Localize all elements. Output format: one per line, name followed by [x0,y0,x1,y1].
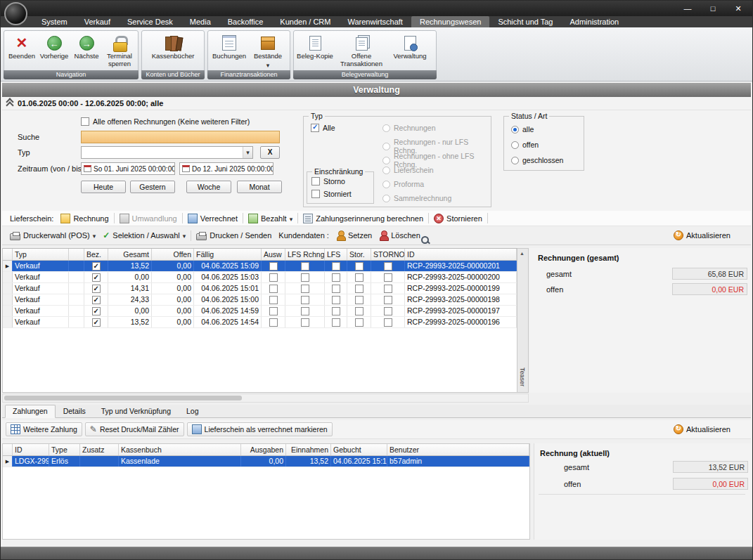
ausw-checkbox[interactable] [269,285,278,293]
loeschen-button[interactable]: Löschen [375,230,424,240]
menu-item-administration[interactable]: Administration [561,16,627,27]
header-stor[interactable]: Stor. [347,249,371,260]
gestern-button[interactable]: Gestern [130,181,175,193]
stor-checkbox[interactable] [355,318,363,327]
search-input[interactable] [81,131,280,143]
lfs-rchng-checkbox[interactable] [301,318,309,327]
table-row[interactable]: Verkauf 14,31 0,00 04.06.2025 15:01 RCP-… [3,283,517,294]
close-button[interactable]: ✕ [726,1,751,16]
setzen-button[interactable]: Setzen [333,230,375,240]
typ-combobox[interactable] [81,146,253,159]
all-open-checkbox[interactable] [81,117,89,126]
header-bez[interactable]: Bez. [84,249,108,260]
weitere-zahlung-button[interactable]: Weitere Zahlung [6,422,82,436]
bez-checkbox[interactable] [92,296,101,304]
lfs-checkbox[interactable] [332,296,340,304]
lfs-rchng-checkbox[interactable] [301,285,309,293]
all-open-filter[interactable]: Alle offenen Rechnungen (Keine weiteren … [81,117,250,126]
maximize-button[interactable]: □ [700,1,726,16]
alle-option[interactable]: Alle [311,124,335,132]
header-einnahmen[interactable]: Einnahmen [286,444,331,455]
table-row[interactable]: Verkauf 13,52 0,00 04.06.2025 15:09 RCP-… [3,261,517,272]
lfs-rchng-checkbox[interactable] [301,262,309,271]
lfs-checkbox[interactable] [332,318,340,327]
clear-typ-button[interactable]: X [260,146,280,159]
kassenbuecher-button[interactable]: Kassenbücher [143,32,202,70]
collapse-icon[interactable] [6,99,13,108]
header-typ[interactable]: Typ [13,249,69,260]
search-icon[interactable] [420,235,430,245]
menu-item-backoffice[interactable]: Backoffice [219,16,272,27]
tab-typ-und-verknuepfung[interactable]: Typ und Verknüpfung [94,405,179,418]
bestaende-button[interactable]: Bestände [249,32,287,70]
stor-checkbox[interactable] [355,273,363,282]
umwandlung-button[interactable]: Umwandlung [116,214,181,223]
chevron-down-icon[interactable] [243,147,252,158]
lfs-checkbox[interactable] [332,262,340,271]
header-ausgaben[interactable]: Ausgaben [241,444,286,455]
buchungen-button[interactable]: Buchungen [210,32,249,70]
header-type[interactable]: Type [49,444,80,455]
menu-item-media[interactable]: Media [181,16,219,27]
stornieren-button[interactable]: Stornieren [430,214,486,223]
header-id[interactable]: ID [405,249,517,260]
storno-checkbox[interactable] [311,177,320,185]
ausw-checkbox[interactable] [269,273,278,282]
lfs-checkbox[interactable] [332,307,340,315]
heute-button[interactable]: Heute [81,181,126,193]
header-blank[interactable] [69,249,84,260]
status-alle-option[interactable]: alle [511,125,534,134]
storno-checkbox[interactable] [384,262,392,271]
ausw-checkbox[interactable] [269,307,278,315]
scrollbar-thumb[interactable] [4,396,242,401]
table-row[interactable]: Verkauf 0,00 0,00 04.06.2025 14:59 RCP-2… [3,306,517,317]
storno-checkbox[interactable] [384,273,392,282]
menu-item-service-desk[interactable]: Service Desk [119,16,181,27]
verwaltung-button[interactable]: Verwaltung [388,32,432,70]
teaser-panel-tab[interactable]: ▲ Teaser [517,248,529,393]
vorherige-button[interactable]: Vorherige [38,32,70,70]
stor-checkbox[interactable] [355,285,363,293]
lfs-rchng-checkbox[interactable] [301,296,309,304]
header-id[interactable]: ID [13,444,49,455]
table-row[interactable]: LDGX-29993... Erlös Kassenlade 0,00 13,5… [3,456,529,467]
aktualisieren-button[interactable]: Aktualisieren [670,230,734,240]
option-proforma[interactable]: Proforma [382,180,424,188]
tab-log[interactable]: Log [179,405,207,418]
header-faellig[interactable]: Fällig [194,249,262,260]
stor-checkbox[interactable] [355,262,363,271]
storno-checkbox[interactable] [384,285,392,293]
horizontal-scrollbar[interactable] [2,393,529,403]
druckerwahl-button[interactable]: Druckerwahl (POS) [6,231,99,240]
selektion-button[interactable]: ✓Selektion / Auswahl [99,230,189,240]
menu-item-schicht-und-tag[interactable]: Schicht und Tag [489,16,561,27]
lfs-rchng-checkbox[interactable] [301,307,309,315]
header-lfs[interactable]: LFS [325,249,347,260]
naechste-button[interactable]: Nächste [70,32,103,70]
status-offen-option[interactable]: offen [511,141,539,149]
lfs-rchng-checkbox[interactable] [301,273,309,282]
bezahlt-button[interactable]: Bezahlt [245,214,296,223]
header-gebucht[interactable]: Gebucht [331,444,387,455]
table-row[interactable]: Verkauf 24,33 0,00 04.06.2025 15:00 RCP-… [3,294,517,306]
lfs-checkbox[interactable] [332,285,340,293]
monat-button[interactable]: Monat [237,181,282,193]
rechnung-button[interactable]: Rechnung [57,214,112,223]
header-benutzer[interactable]: Benutzer [387,444,529,455]
ausw-checkbox[interactable] [269,262,278,271]
header-ausw[interactable]: Ausw [262,249,285,260]
menu-item-verkauf[interactable]: Verkauf [76,16,119,27]
menu-item-rechnungswesen[interactable]: Rechnungswesen [411,16,489,27]
storno-checkbox[interactable] [384,318,392,327]
menu-item-warenwirtschaft[interactable]: Warenwirtschaft [339,16,411,27]
lfs-checkbox[interactable] [332,273,340,282]
date-from-picker[interactable]: So 01. Juni 2025 00:00:00 [81,162,175,175]
option-lieferschein[interactable]: Lieferschein [382,166,434,174]
storniert-option[interactable]: Storniert [311,190,352,198]
storno-option[interactable]: Storno [311,177,345,185]
header-offen[interactable]: Offen [152,249,194,260]
alle-checkbox[interactable] [311,124,319,132]
menu-item-kunden-crm[interactable]: Kunden / CRM [271,16,339,27]
ausw-checkbox[interactable] [269,296,278,304]
header-zusatz[interactable]: Zusatz [80,444,119,455]
